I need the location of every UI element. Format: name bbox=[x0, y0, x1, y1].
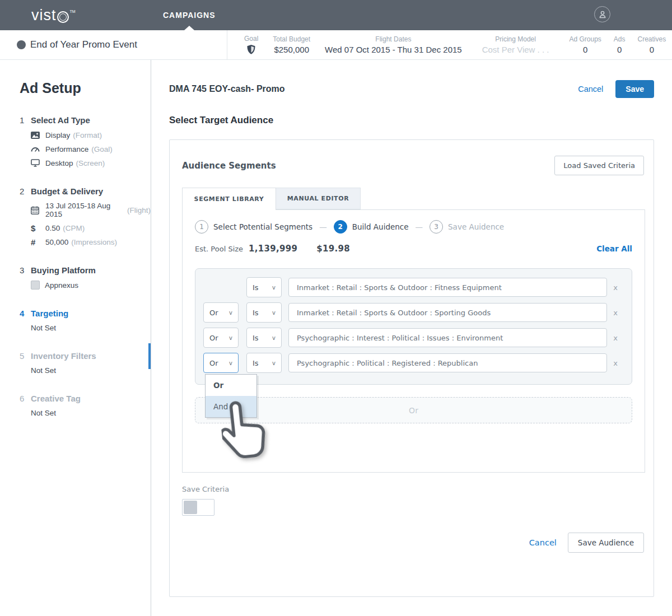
ad-setup-sidebar: Ad Setup 1 Select Ad Type Display (Forma… bbox=[0, 60, 151, 616]
logo-text: vist bbox=[31, 4, 57, 26]
active-step-indicator bbox=[148, 343, 151, 369]
tab-segment-library[interactable]: SEGMENT LIBRARY bbox=[182, 188, 276, 210]
chevron-down-icon: v bbox=[272, 310, 276, 316]
operator-select-open[interactable]: Or v bbox=[203, 353, 239, 373]
campaign-name: End of Year Promo Event bbox=[30, 39, 137, 50]
operator-select[interactable]: Or v bbox=[203, 302, 239, 323]
segment-value[interactable]: Inmarket : Retail : Sports & Outdoor : F… bbox=[288, 278, 607, 297]
stat-total-budget: Total Budget $250,000 bbox=[273, 35, 310, 54]
hash-icon: # bbox=[31, 237, 41, 246]
pricing-model-value: Cost Per View . . . bbox=[482, 45, 549, 54]
load-saved-criteria-button[interactable]: Load Saved Criteria bbox=[554, 156, 644, 175]
sidebar-section-select-ad-type: 1 Select Ad Type Display (Format) Perfor… bbox=[20, 115, 151, 167]
stat-pricing-model: Pricing Model Cost Per View . . . bbox=[482, 35, 549, 54]
step-dash-icon: — bbox=[416, 222, 423, 231]
shield-icon bbox=[246, 44, 256, 55]
sidebar-section-inventory-filters: 5 Inventory Filters Not Set bbox=[20, 351, 151, 375]
editor-tabs: SEGMENT LIBRARY MANUAL EDITOR bbox=[182, 188, 654, 209]
campaign-summary-bar: End of Year Promo Event Goal Total Budge… bbox=[0, 30, 672, 60]
sidebar-subitem-appnexus: Appnexus bbox=[31, 281, 151, 290]
sidebar-item-creative-tag[interactable]: 6 Creative Tag bbox=[20, 394, 151, 403]
stat-creatives: Creatives 0 bbox=[638, 35, 666, 54]
segment-group-box: Is v Inmarket : Retail : Sports & Outdoo… bbox=[195, 268, 632, 385]
step-1-label: Select Potential Segments bbox=[213, 222, 312, 231]
stat-ads: Ads 0 bbox=[614, 35, 626, 54]
operator-select[interactable]: Or v bbox=[203, 328, 239, 348]
pool-size-label: Est. Pool Size bbox=[195, 245, 243, 253]
pool-price-value: $19.98 bbox=[316, 244, 350, 254]
campaign-status-dot bbox=[17, 40, 26, 49]
stat-ad-groups: Ad Groups 0 bbox=[569, 35, 601, 54]
segment-row: Or v Is v Psychographic : Interest : Pol… bbox=[203, 328, 624, 348]
user-avatar-button[interactable] bbox=[594, 6, 610, 22]
person-icon bbox=[598, 10, 607, 19]
toggle-knob bbox=[184, 501, 197, 514]
match-select[interactable]: Is v bbox=[246, 277, 282, 297]
segment-row: Is v Inmarket : Retail : Sports & Outdoo… bbox=[203, 277, 624, 297]
sidebar-section-buying-platform: 3 Buying Platform Appnexus bbox=[20, 265, 151, 290]
match-select[interactable]: Is v bbox=[246, 302, 282, 323]
sidebar-item-budget-delivery[interactable]: 2 Budget & Delivery bbox=[20, 186, 151, 196]
sidebar-subitem-desktop: Desktop (Screen) bbox=[31, 158, 151, 167]
campaign-name-group[interactable]: End of Year Promo Event bbox=[17, 39, 137, 50]
sidebar-item-targeting[interactable]: 4 Targeting bbox=[20, 309, 151, 318]
campaign-stats: Goal Total Budget $250,000 Flight Dates … bbox=[227, 30, 666, 59]
monitor-icon bbox=[31, 158, 41, 167]
chevron-down-icon: v bbox=[229, 310, 232, 316]
clear-all-link[interactable]: Clear All bbox=[596, 244, 632, 253]
sidebar-item-buying-platform[interactable]: 3 Buying Platform bbox=[20, 265, 151, 275]
match-select[interactable]: Is v bbox=[246, 328, 282, 348]
segment-value[interactable]: Inmarket : Retail : Sports & Outdoor : S… bbox=[288, 303, 607, 322]
save-audience-button[interactable]: Save Audience bbox=[568, 533, 644, 553]
sidebar-subitem-cpm: $ 0.50 (CPM) bbox=[31, 223, 151, 232]
ad-title: DMA 745 EOY-cash- Promo bbox=[169, 84, 578, 94]
match-select[interactable]: Is v bbox=[246, 353, 282, 373]
chevron-down-icon: v bbox=[272, 284, 276, 291]
sidebar-subitem-impressions: # 50,000 (Impressions) bbox=[31, 237, 151, 246]
step-2-circle[interactable]: 2 bbox=[334, 220, 347, 234]
pool-summary: Est. Pool Size 1,139,999 $19.98 Clear Al… bbox=[195, 244, 632, 254]
dollar-icon: $ bbox=[31, 223, 41, 232]
wizard-steps: 1 Select Potential Segments — 2 Build Au… bbox=[195, 220, 632, 234]
sidebar-item-inventory-filters[interactable]: 5 Inventory Filters bbox=[20, 351, 151, 361]
sidebar-subitem-display: Display (Format) bbox=[31, 130, 151, 139]
sidebar-subitem-flight: 13 Jul 2015-18 Aug 2015 (Flight) bbox=[31, 202, 151, 218]
step-3-circle[interactable]: 3 bbox=[430, 220, 443, 234]
appnexus-checkbox[interactable] bbox=[31, 281, 40, 290]
step-1-circle[interactable]: 1 bbox=[195, 220, 208, 234]
sidebar-section-targeting: 4 Targeting Not Set bbox=[20, 309, 151, 332]
card-title: Audience Segments bbox=[182, 161, 554, 171]
segment-value[interactable]: Psychographic : Political : Registered :… bbox=[288, 353, 607, 372]
step-3-label: Save Auidence bbox=[448, 222, 504, 231]
targeting-status: Not Set bbox=[31, 324, 151, 332]
segment-value[interactable]: Psychographic : Interest : Political : I… bbox=[288, 328, 607, 347]
ad-groups-count: 0 bbox=[569, 45, 601, 54]
ads-count: 0 bbox=[614, 45, 626, 54]
dropdown-option-or[interactable]: Or bbox=[206, 375, 256, 396]
visto-logo[interactable]: vist TM bbox=[31, 4, 76, 26]
inventory-filters-status: Not Set bbox=[31, 366, 151, 375]
save-criteria-toggle[interactable] bbox=[182, 499, 214, 516]
audience-cancel-link[interactable]: Cancel bbox=[529, 538, 557, 547]
sidebar-item-select-ad-type[interactable]: 1 Select Ad Type bbox=[20, 115, 151, 125]
chevron-down-icon: v bbox=[272, 360, 276, 366]
remove-segment-icon[interactable]: x bbox=[607, 359, 624, 367]
sidebar-section-creative-tag: 6 Creative Tag Not Set bbox=[20, 394, 151, 417]
pool-size-value: 1,139,999 bbox=[249, 244, 297, 254]
total-budget-value: $250,000 bbox=[273, 45, 310, 54]
step-2-label: Build Auidence bbox=[352, 222, 409, 231]
remove-segment-icon[interactable]: x bbox=[607, 334, 624, 342]
remove-segment-icon[interactable]: x bbox=[607, 283, 624, 292]
save-button[interactable]: Save bbox=[615, 80, 654, 98]
cancel-link[interactable]: Cancel bbox=[578, 85, 603, 94]
nav-campaigns[interactable]: CAMPAIGNS bbox=[163, 0, 216, 30]
flight-dates-value: Wed 07 Oct 2015 - Thu 31 Dec 2015 bbox=[325, 45, 462, 54]
logo-trademark: TM bbox=[70, 10, 76, 13]
active-nav-indicator-icon bbox=[184, 26, 194, 30]
tab-manual-editor[interactable]: MANUAL EDITOR bbox=[276, 188, 361, 209]
creatives-count: 0 bbox=[638, 45, 666, 54]
remove-segment-icon[interactable]: x bbox=[607, 309, 624, 317]
sidebar-subitem-performance: Performance (Goal) bbox=[31, 144, 151, 153]
hand-cursor-icon bbox=[218, 397, 269, 467]
chevron-down-icon: v bbox=[229, 360, 232, 366]
